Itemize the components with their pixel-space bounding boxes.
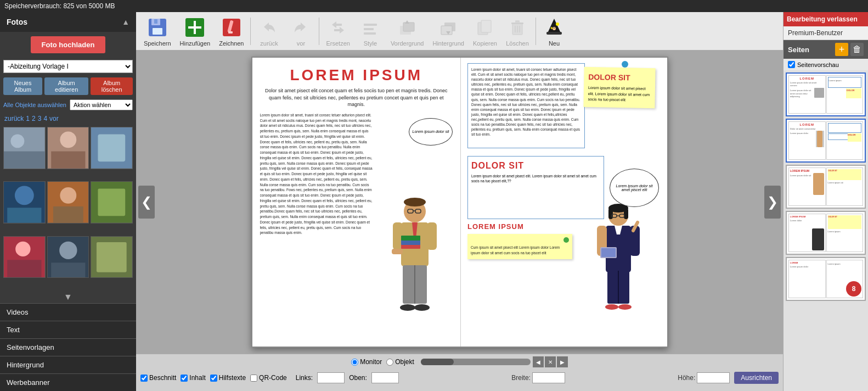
add-label: Hinzufügen [180,40,211,47]
upload-button[interactable]: Foto hochladen [31,36,106,53]
toolbar-save[interactable]: Speichern [140,14,174,49]
canvas-area: ❮ LOREM IPSUM Dolor sit amet pisect elit… [136,51,783,354]
page-thumb-5[interactable]: LOREM Lorem ipsum dolor Lorem ipsum 8 [786,257,866,301]
copy-label: Kopieren [473,40,497,47]
toolbar-delete[interactable]: Löschen [503,14,532,49]
hoehe-input[interactable] [697,372,730,383]
toolbar-copy[interactable]: Kopieren [470,14,500,49]
bearbeitung-bar: Bearbeitung verlassen [784,12,868,26]
nav-forward-link[interactable]: vor [49,115,59,122]
nav-page-4[interactable]: 4 [43,115,47,122]
videos-label: Videos [7,308,29,316]
sidebar-section-seitenvorlagen[interactable]: Seitenvorlagen [0,338,136,356]
photo-thumb-9[interactable] [91,236,133,278]
toolbar-back[interactable]: Hintergrund [429,14,467,49]
beschnitt-checkbox[interactable] [140,375,148,382]
svg-rect-47 [515,20,520,23]
radio-monitor[interactable]: Monitor [351,358,382,366]
preview-checkbox[interactable] [788,61,795,68]
scroll-close-btn[interactable]: ✕ [545,356,556,367]
svg-point-57 [554,27,555,29]
photo-thumb-2[interactable] [47,127,89,169]
scroll-down-arrow[interactable]: ▼ [0,291,136,303]
action-select[interactable]: Aktion wählen [70,99,133,110]
toolbar-replace[interactable]: Ersetzen [323,14,353,49]
checkbox-inhalt[interactable]: Inhalt [181,374,205,382]
replace-icon [326,16,350,39]
radio-monitor-input[interactable] [351,359,358,366]
seiten-delete-button[interactable]: 🗑 [850,43,864,56]
style-icon [359,16,382,39]
delete-album-button[interactable]: Album löschen [91,77,133,95]
speech-bubble-right-container: Lorem ipsum dolor sit amet piscet elit [608,156,661,219]
radio-objekt-input[interactable] [386,359,393,366]
save-icon [146,16,169,39]
thumb-right-5: Lorem ipsum 8 [826,260,864,298]
toolbar-new[interactable]: ✦ Neu [539,14,569,49]
align-button[interactable]: Ausrichten [734,372,779,384]
speech-bubble-right-text: Lorem ipsum dolor sit amet piscet elit [613,184,655,192]
nav-page-3[interactable]: 3 [38,115,42,122]
photo-thumb-3[interactable] [91,127,133,169]
canvas-scrollbar[interactable] [421,359,531,365]
toolbar-add[interactable]: Hinzufügen [177,14,214,49]
scroll-prev-btn[interactable]: ◀ [533,356,544,367]
back-icon [437,16,460,39]
toolbar-style[interactable]: Style [356,14,385,49]
beschnitt-label: Beschnitt [149,374,176,382]
links-input[interactable] [317,372,345,383]
radio-objekt-label: Objekt [395,358,414,366]
toolbar-undo[interactable]: zurück [254,14,284,49]
inhalt-checkbox[interactable] [181,375,188,382]
checkbox-qrcode[interactable]: QR-Code [250,374,287,382]
canvas-nav-left[interactable]: ❮ [138,186,155,219]
hilfstexte-checkbox[interactable] [210,375,217,382]
photo-thumb-4[interactable] [3,181,46,224]
nav-back-link[interactable]: zurück [4,115,24,122]
toolbar-draw[interactable]: Zeichnen [216,14,247,49]
edit-album-button[interactable]: Album editieren [44,77,88,95]
toolbar-front[interactable]: Vordergrund [387,14,427,49]
page-thumb-2[interactable]: LOREM Dolor sit amet consectetur Lorem i… [786,119,866,163]
bottom-sticky-text: Cum ipsum sit amet pisect elit Lorem ips… [471,245,560,255]
page-thumb-3[interactable]: LOREM IPSUM Lorem ipsum dolor sit DOLOR … [786,165,866,209]
checkbox-hilfstexte[interactable]: Hilfstexte [210,374,246,382]
photo-thumb-1[interactable] [3,127,46,169]
photo-thumb-6[interactable] [91,181,133,224]
canvas-scrollbar-thumb[interactable] [421,359,454,365]
scroll-up-arrow[interactable]: ▲ [122,18,129,26]
radio-objekt[interactable]: Objekt [386,358,414,366]
svg-point-9 [15,186,34,205]
memory-label: Speicherverbrauch: 825 von 5000 MB [4,2,115,10]
breite-input[interactable] [532,372,565,383]
qrcode-checkbox[interactable] [250,375,257,382]
photo-thumb-8[interactable] [47,236,89,278]
sidebar-section-videos[interactable]: Videos [0,303,136,321]
bearbeitung-button[interactable]: Bearbeitung verlassen [787,15,865,23]
oben-input[interactable] [371,372,399,383]
canvas-nav-right[interactable]: ❯ [764,186,781,219]
select-all-link[interactable]: Alle Objekte auswählen [3,102,66,108]
photo-thumb-5[interactable] [47,181,89,224]
album-select[interactable]: -Abizeitung Vorlage I [3,60,133,73]
delete-label: Löschen [506,40,529,47]
scroll-next-btn[interactable]: ▶ [557,356,568,367]
right-middle-title: DOLOR SIT [471,160,600,172]
sidebar-section-werbebanner[interactable]: Werbebanner [0,373,136,391]
page-thumb-1[interactable]: LOREM Lorem ipsum dolor sit amet consec … [786,72,866,116]
front-label: Vordergrund [391,40,424,47]
nav-page-2[interactable]: 2 [32,115,36,122]
sidebar-section-hintergrund[interactable]: Hintergrund [0,356,136,373]
seiten-add-button[interactable]: + [835,43,848,56]
toolbar-redo[interactable]: vor [286,14,315,49]
new-album-button[interactable]: Neues Album [3,77,42,95]
checkbox-beschnitt[interactable]: Beschnitt [140,374,176,382]
svg-rect-35 [364,28,374,30]
svg-rect-23 [97,242,127,272]
photo-thumb-7[interactable] [3,236,46,278]
sidebar-section-text[interactable]: Text [0,321,136,338]
nav-page-1[interactable]: 1 [26,115,30,122]
canvas-nav-buttons: ◀ ✕ ▶ [533,356,568,367]
page-left-columns: Lorem ipsum dolor sit amet, truani sit c… [260,113,453,316]
page-thumb-4[interactable]: LOREM IPSUM Lorem dolor DOLOR SIT Lorem … [786,211,866,255]
